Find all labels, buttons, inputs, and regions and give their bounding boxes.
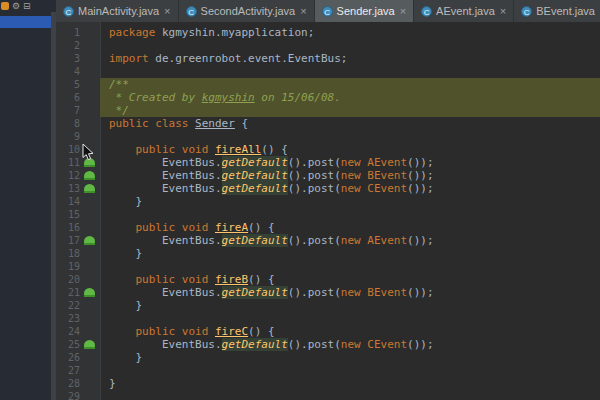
code-text[interactable]: /** <box>100 78 600 91</box>
code-token: on 15/06/08. <box>255 91 341 104</box>
gutter-icon-slot <box>80 195 100 208</box>
code-text[interactable] <box>100 65 600 78</box>
gutter-cell: 29 <box>56 390 100 400</box>
eventbus-post-icon[interactable] <box>84 288 95 297</box>
code-line: 26 } <box>56 351 600 364</box>
gutter-cell: 15 <box>56 208 100 221</box>
tab-close-icon[interactable]: × <box>164 5 170 17</box>
code-token: * Created by <box>109 91 202 104</box>
code-line: 11 EventBus.getDefault().post(new AEvent… <box>56 156 600 169</box>
eventbus-post-icon[interactable] <box>84 171 95 180</box>
java-class-icon: C <box>421 6 432 17</box>
gutter-icon-slot <box>80 338 100 351</box>
code-text[interactable] <box>100 364 600 377</box>
code-token: fireB <box>215 273 248 286</box>
gutter-icon-slot <box>80 273 100 286</box>
code-line: 13 EventBus.getDefault().post(new CEvent… <box>56 182 600 195</box>
code-line: 15 <box>56 208 600 221</box>
tab-close-icon[interactable]: × <box>500 5 506 17</box>
code-text[interactable]: } <box>100 351 600 364</box>
code-token: new <box>341 169 368 182</box>
code-text[interactable]: import de.greenrobot.event.EventBus; <box>100 52 600 65</box>
gear-icon[interactable]: ⚙ <box>12 1 20 11</box>
code-token <box>109 273 136 286</box>
tab-close-icon[interactable]: × <box>300 5 306 17</box>
tab-sender-java[interactable]: CSender.java× <box>315 0 415 22</box>
code-text[interactable]: EventBus.getDefault().post(new AEvent())… <box>100 156 600 169</box>
code-text[interactable] <box>100 260 600 273</box>
gutter-cell: 12 <box>56 169 100 182</box>
code-token: /** <box>109 78 129 91</box>
code-text[interactable] <box>100 130 600 143</box>
code-text[interactable] <box>100 390 600 400</box>
eventbus-post-icon[interactable] <box>84 184 95 193</box>
code-line: 8public class Sender { <box>56 117 600 130</box>
code-token: getDefault <box>222 286 288 299</box>
line-number: 27 <box>56 364 80 377</box>
code-line: 25 EventBus.getDefault().post(new CEvent… <box>56 338 600 351</box>
code-line: 1package kgmyshin.myapplication; <box>56 26 600 39</box>
code-line: 27 <box>56 364 600 377</box>
code-token: fireA <box>215 221 248 234</box>
code-text[interactable]: EventBus.getDefault().post(new CEvent())… <box>100 338 600 351</box>
code-text[interactable]: } <box>100 299 600 312</box>
gutter-cell: 9 <box>56 130 100 143</box>
code-text[interactable]: public class Sender { <box>100 117 600 130</box>
gutter-cell: 16 <box>56 221 100 234</box>
code-text[interactable]: EventBus.getDefault().post(new BEvent())… <box>100 286 600 299</box>
line-number: 9 <box>56 130 80 143</box>
collapse-all-icon[interactable]: ⊟ <box>23 1 31 11</box>
gutter-icon-slot <box>80 169 100 182</box>
eventbus-post-icon[interactable] <box>84 236 95 245</box>
code-text[interactable]: * Created by kgmyshin on 15/06/08. <box>100 91 600 104</box>
code-line: 7 */ <box>56 104 600 117</box>
code-token: */ <box>109 104 129 117</box>
orange-badge-icon[interactable] <box>1 2 9 10</box>
code-line: 21 EventBus.getDefault().post(new BEvent… <box>56 286 600 299</box>
code-token: getDefault <box>222 156 288 169</box>
code-token: getDefault <box>222 169 288 182</box>
code-text[interactable]: public void fireC() { <box>100 325 600 338</box>
line-number: 10 <box>56 143 80 156</box>
code-text[interactable]: package kgmyshin.myapplication; <box>100 26 600 39</box>
line-number: 8 <box>56 117 80 130</box>
code-token: ().post( <box>288 156 341 169</box>
code-token: () { <box>248 325 275 338</box>
gutter-cell: 1 <box>56 26 100 39</box>
code-text[interactable] <box>100 208 600 221</box>
code-text[interactable]: } <box>100 377 600 390</box>
tab-close-icon[interactable]: × <box>400 5 406 17</box>
line-number: 21 <box>56 286 80 299</box>
code-text[interactable] <box>100 312 600 325</box>
java-class-icon: C <box>521 6 532 17</box>
code-text[interactable]: EventBus.getDefault().post(new AEvent())… <box>100 234 600 247</box>
code-token: () { <box>261 143 288 156</box>
line-number: 28 <box>56 377 80 390</box>
code-text[interactable]: EventBus.getDefault().post(new BEvent())… <box>100 169 600 182</box>
gutter-cell: 13 <box>56 182 100 195</box>
gutter-cell: 2 <box>56 39 100 52</box>
code-text[interactable]: EventBus.getDefault().post(new CEvent())… <box>100 182 600 195</box>
project-selected-item[interactable] <box>0 16 56 28</box>
code-area[interactable]: 1package kgmyshin.myapplication;23import… <box>56 22 600 400</box>
project-panel-toolbar: ⚙ ⊟ <box>1 0 31 12</box>
gutter-icon-slot <box>80 130 100 143</box>
line-number: 29 <box>56 390 80 400</box>
code-text[interactable]: public void fireB() { <box>100 273 600 286</box>
code-token: EventBus. <box>109 169 222 182</box>
code-text[interactable]: } <box>100 247 600 260</box>
tab-bevent-java[interactable]: CBEvent.java× <box>514 0 600 22</box>
code-text[interactable]: public void fireA() { <box>100 221 600 234</box>
tab-secondactivity-java[interactable]: CSecondActivity.java× <box>179 0 315 22</box>
tab-aevent-java[interactable]: CAEvent.java× <box>414 0 514 22</box>
line-number: 1 <box>56 26 80 39</box>
code-text[interactable] <box>100 39 600 52</box>
code-text[interactable]: } <box>100 195 600 208</box>
code-text[interactable]: */ <box>100 104 600 117</box>
tab-mainactivity-java[interactable]: CMainActivity.java× <box>56 0 179 22</box>
line-number: 23 <box>56 312 80 325</box>
eventbus-post-icon[interactable] <box>84 340 95 349</box>
code-text[interactable]: public void fireAll() { <box>100 143 600 156</box>
gutter-cell: 20 <box>56 273 100 286</box>
line-number: 11 <box>56 156 80 169</box>
